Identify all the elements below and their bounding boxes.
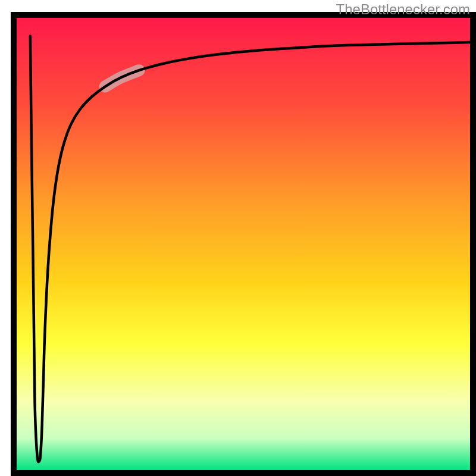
plot-gradient-background xyxy=(17,18,470,470)
chart-container: TheBottlenecker.com xyxy=(0,0,476,476)
watermark-text: TheBottlenecker.com xyxy=(336,1,470,18)
bottleneck-chart xyxy=(0,0,476,476)
